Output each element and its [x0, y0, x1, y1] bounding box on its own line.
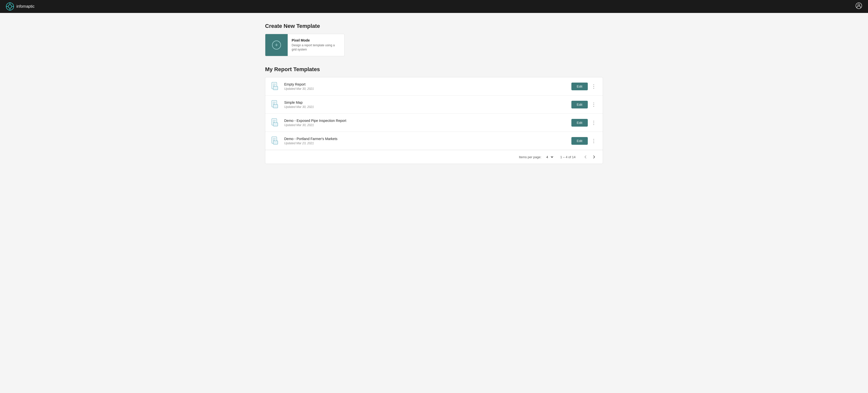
- items-per-page-select-wrapper[interactable]: 4 10 25: [545, 155, 554, 159]
- template-info: Demo - Portland Farmer's Markets Updated…: [284, 137, 571, 145]
- logo-icon: [6, 2, 14, 10]
- pagination-footer: Items per page: 4 10 25 1 – 4 of 14: [265, 150, 603, 164]
- template-actions: Edit ⋮: [571, 119, 598, 127]
- template-updated: Updated Mar 30, 2021: [284, 123, 571, 127]
- template-doc-icon: [270, 118, 280, 128]
- edit-button[interactable]: Edit: [571, 101, 588, 108]
- items-per-page-select[interactable]: 4 10 25: [545, 155, 554, 159]
- pagination-range: 1 – 4 of 14: [558, 155, 578, 159]
- app-header: infomaptic: [0, 0, 868, 13]
- more-options-button[interactable]: ⋮: [590, 101, 598, 108]
- pagination-nav: [582, 154, 598, 160]
- template-updated: Updated Mar 23, 2021: [284, 142, 571, 145]
- app-name: infomaptic: [17, 4, 34, 9]
- template-info: Empty Report Updated Mar 30, 2021: [284, 82, 571, 90]
- user-icon[interactable]: [856, 2, 862, 10]
- svg-rect-14: [273, 105, 278, 108]
- template-updated: Updated Mar 30, 2021: [284, 105, 571, 109]
- template-name: Simple Map: [284, 101, 571, 105]
- edit-button[interactable]: Edit: [571, 137, 588, 145]
- svg-rect-19: [273, 123, 278, 126]
- add-icon: +: [272, 40, 281, 50]
- pixel-mode-description: Design a report template using a grid sy…: [292, 43, 340, 52]
- template-actions: Edit ⋮: [571, 83, 598, 90]
- template-info: Demo - Exposed Pipe Inspection Report Up…: [284, 119, 571, 127]
- table-row: Empty Report Updated Mar 30, 2021 Edit ⋮: [265, 77, 603, 95]
- template-name: Empty Report: [284, 82, 571, 86]
- items-per-page-label: Items per page:: [519, 155, 541, 159]
- card-text-area: Pixel Mode Design a report template usin…: [288, 34, 344, 56]
- svg-point-7: [858, 4, 860, 6]
- more-options-button[interactable]: ⋮: [590, 83, 598, 90]
- prev-page-button[interactable]: [582, 154, 589, 160]
- table-row: Demo - Exposed Pipe Inspection Report Up…: [265, 114, 603, 132]
- card-icon-area: +: [265, 34, 288, 56]
- more-options-button[interactable]: ⋮: [590, 137, 598, 144]
- svg-point-1: [8, 5, 12, 8]
- template-actions: Edit ⋮: [571, 101, 598, 108]
- table-row: Demo - Portland Farmer's Markets Updated…: [265, 132, 603, 150]
- logo-area: infomaptic: [6, 2, 34, 10]
- template-name: Demo - Exposed Pipe Inspection Report: [284, 119, 571, 123]
- table-row: Simple Map Updated Mar 30, 2021 Edit ⋮: [265, 95, 603, 114]
- more-options-button[interactable]: ⋮: [590, 119, 598, 126]
- svg-rect-24: [273, 141, 278, 144]
- pixel-mode-card[interactable]: + Pixel Mode Design a report template us…: [265, 34, 345, 56]
- template-doc-icon: [270, 100, 280, 109]
- templates-section-title: My Report Templates: [265, 66, 603, 73]
- template-name: Demo - Portland Farmer's Markets: [284, 137, 571, 141]
- templates-list: Empty Report Updated Mar 30, 2021 Edit ⋮: [265, 77, 603, 164]
- svg-rect-9: [273, 86, 278, 90]
- create-section-title: Create New Template: [265, 23, 603, 29]
- edit-button[interactable]: Edit: [571, 83, 588, 90]
- edit-button[interactable]: Edit: [571, 119, 588, 127]
- template-actions: Edit ⋮: [571, 137, 598, 145]
- template-info: Simple Map Updated Mar 30, 2021: [284, 101, 571, 109]
- template-doc-icon: [270, 136, 280, 146]
- template-updated: Updated Mar 30, 2021: [284, 87, 571, 90]
- template-doc-icon: [270, 81, 280, 91]
- pixel-mode-title: Pixel Mode: [292, 38, 340, 42]
- main-content: Create New Template + Pixel Mode Design …: [250, 13, 618, 174]
- next-page-button[interactable]: [590, 154, 598, 160]
